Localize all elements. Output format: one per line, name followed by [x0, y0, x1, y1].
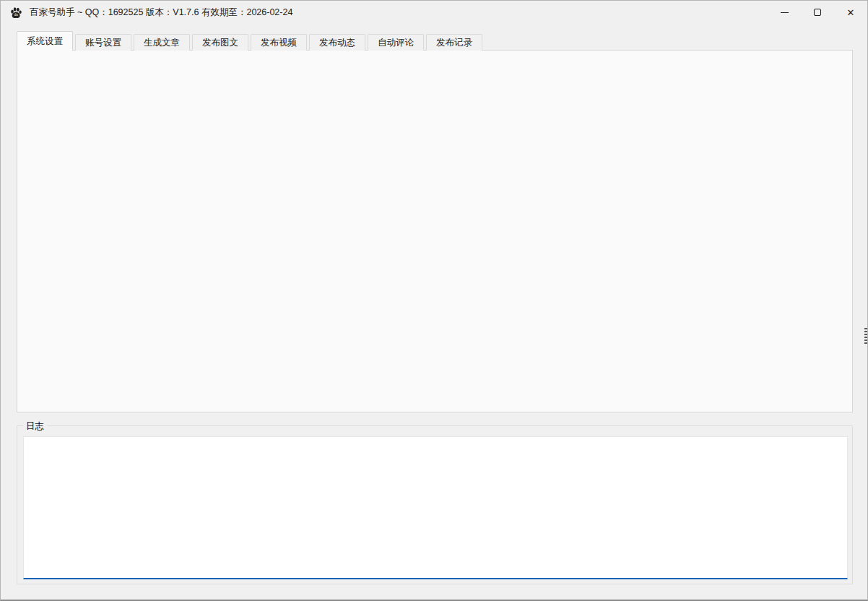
tab-account-settings[interactable]: 账号设置 — [75, 34, 131, 51]
svg-text:du: du — [14, 13, 19, 17]
tab-publish-record[interactable]: 发布记录 — [426, 34, 482, 51]
tab-publish-dynamic[interactable]: 发布动态 — [309, 34, 365, 51]
window-edge-grip[interactable] — [864, 328, 867, 345]
maximize-button[interactable] — [801, 1, 834, 24]
app-logo-paw-icon: du — [9, 7, 22, 19]
close-icon: ✕ — [847, 8, 855, 17]
log-group-title: 日志 — [23, 420, 47, 433]
minimize-button[interactable] — [768, 1, 801, 24]
log-group: 日志 — [17, 425, 853, 584]
close-button[interactable]: ✕ — [834, 1, 867, 24]
tab-bar: 系统设置 账号设置 生成文章 发布图文 发布视频 发布动态 自动评论 发布记录 — [17, 31, 485, 51]
tab-auto-comment[interactable]: 自动评论 — [368, 34, 424, 51]
tab-generate-article[interactable]: 生成文章 — [134, 34, 190, 51]
app-window: du 百家号助手 ~ QQ：1692525 版本：V1.7.6 有效期至：202… — [0, 0, 868, 601]
tab-publish-video[interactable]: 发布视频 — [251, 34, 307, 51]
maximize-icon — [814, 9, 821, 16]
tab-publish-imagetext[interactable]: 发布图文 — [192, 34, 248, 51]
title-bar: du 百家号助手 ~ QQ：1692525 版本：V1.7.6 有效期至：202… — [1, 1, 867, 24]
tab-system-settings[interactable]: 系统设置 — [17, 31, 73, 51]
window-title: 百家号助手 ~ QQ：1692525 版本：V1.7.6 有效期至：2026-0… — [30, 1, 292, 24]
minimize-icon — [781, 12, 789, 13]
log-textarea[interactable] — [23, 436, 848, 579]
tab-content-pane — [17, 50, 853, 412]
